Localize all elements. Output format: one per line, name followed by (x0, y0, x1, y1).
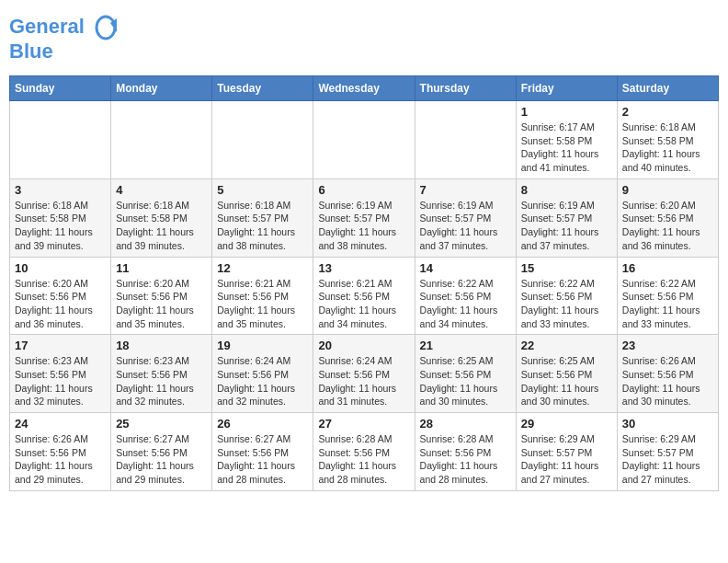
day-number: 14 (420, 261, 511, 275)
calendar-day-header: Saturday (617, 76, 718, 101)
calendar-cell: 27Sunrise: 6:28 AMSunset: 5:56 PMDayligh… (313, 413, 415, 491)
day-number: 7 (420, 183, 511, 197)
calendar-cell: 8Sunrise: 6:19 AMSunset: 5:57 PMDaylight… (516, 178, 617, 257)
day-number: 23 (622, 339, 713, 352)
calendar-cell: 22Sunrise: 6:25 AMSunset: 5:56 PMDayligh… (516, 335, 617, 413)
day-number: 17 (15, 339, 106, 352)
calendar-cell (313, 101, 415, 179)
day-info: Sunrise: 6:26 AMSunset: 5:56 PMDaylight:… (622, 354, 713, 408)
page-header: General Blue (9, 9, 719, 66)
calendar-cell: 29Sunrise: 6:29 AMSunset: 5:57 PMDayligh… (516, 413, 617, 491)
day-info: Sunrise: 6:28 AMSunset: 5:56 PMDaylight:… (420, 432, 511, 487)
day-info: Sunrise: 6:27 AMSunset: 5:56 PMDaylight:… (217, 432, 308, 487)
day-number: 28 (420, 417, 511, 431)
calendar-cell: 7Sunrise: 6:19 AMSunset: 5:57 PMDaylight… (415, 178, 516, 257)
day-number: 2 (622, 105, 713, 119)
calendar-table: SundayMondayTuesdayWednesdayThursdayFrid… (9, 75, 719, 491)
calendar-cell: 10Sunrise: 6:20 AMSunset: 5:56 PMDayligh… (10, 257, 111, 335)
day-info: Sunrise: 6:27 AMSunset: 5:56 PMDaylight:… (116, 432, 207, 487)
day-info: Sunrise: 6:23 AMSunset: 5:56 PMDaylight:… (15, 354, 106, 408)
calendar-cell: 6Sunrise: 6:19 AMSunset: 5:57 PMDaylight… (313, 178, 415, 257)
calendar-day-header: Tuesday (212, 76, 313, 101)
calendar-cell: 16Sunrise: 6:22 AMSunset: 5:56 PMDayligh… (617, 257, 718, 335)
logo: General Blue (9, 14, 119, 62)
calendar-day-header: Wednesday (313, 76, 415, 101)
day-number: 4 (116, 183, 207, 197)
day-info: Sunrise: 6:22 AMSunset: 5:56 PMDaylight:… (420, 277, 511, 331)
day-number: 11 (116, 261, 207, 275)
day-number: 3 (15, 183, 106, 197)
calendar-week-row: 10Sunrise: 6:20 AMSunset: 5:56 PMDayligh… (10, 257, 719, 335)
day-number: 1 (521, 105, 612, 119)
calendar-header-row: SundayMondayTuesdayWednesdayThursdayFrid… (10, 76, 719, 101)
calendar-week-row: 24Sunrise: 6:26 AMSunset: 5:56 PMDayligh… (10, 413, 719, 491)
calendar-cell: 26Sunrise: 6:27 AMSunset: 5:56 PMDayligh… (212, 413, 313, 491)
calendar-cell (10, 101, 111, 179)
calendar-cell: 4Sunrise: 6:18 AMSunset: 5:58 PMDaylight… (111, 178, 212, 257)
logo-blue: Blue (9, 41, 119, 62)
day-number: 26 (217, 417, 308, 431)
day-info: Sunrise: 6:19 AMSunset: 5:57 PMDaylight:… (318, 199, 409, 253)
calendar-day-header: Sunday (10, 76, 111, 101)
calendar-cell: 19Sunrise: 6:24 AMSunset: 5:56 PMDayligh… (212, 335, 313, 413)
day-info: Sunrise: 6:18 AMSunset: 5:58 PMDaylight:… (622, 121, 713, 175)
calendar-cell: 20Sunrise: 6:24 AMSunset: 5:56 PMDayligh… (313, 335, 415, 413)
day-number: 18 (116, 339, 207, 352)
day-info: Sunrise: 6:21 AMSunset: 5:56 PMDaylight:… (318, 277, 409, 331)
day-number: 22 (521, 339, 612, 352)
day-number: 19 (217, 339, 308, 352)
calendar-day-header: Thursday (415, 76, 516, 101)
calendar-cell (111, 101, 212, 179)
day-number: 29 (521, 417, 612, 431)
calendar-cell: 5Sunrise: 6:18 AMSunset: 5:57 PMDaylight… (212, 178, 313, 257)
day-info: Sunrise: 6:19 AMSunset: 5:57 PMDaylight:… (420, 199, 511, 253)
calendar-cell: 21Sunrise: 6:25 AMSunset: 5:56 PMDayligh… (415, 335, 516, 413)
calendar-cell: 2Sunrise: 6:18 AMSunset: 5:58 PMDaylight… (617, 101, 718, 179)
day-info: Sunrise: 6:24 AMSunset: 5:56 PMDaylight:… (217, 354, 308, 408)
calendar-cell (212, 101, 313, 179)
day-info: Sunrise: 6:18 AMSunset: 5:58 PMDaylight:… (15, 199, 106, 253)
day-info: Sunrise: 6:20 AMSunset: 5:56 PMDaylight:… (116, 277, 207, 331)
day-number: 20 (318, 339, 409, 352)
day-number: 21 (420, 339, 511, 352)
calendar-cell: 3Sunrise: 6:18 AMSunset: 5:58 PMDaylight… (10, 178, 111, 257)
day-info: Sunrise: 6:24 AMSunset: 5:56 PMDaylight:… (318, 354, 409, 408)
calendar-cell: 12Sunrise: 6:21 AMSunset: 5:56 PMDayligh… (212, 257, 313, 335)
day-info: Sunrise: 6:29 AMSunset: 5:57 PMDaylight:… (521, 432, 612, 487)
day-info: Sunrise: 6:22 AMSunset: 5:56 PMDaylight:… (521, 277, 612, 331)
day-info: Sunrise: 6:20 AMSunset: 5:56 PMDaylight:… (622, 199, 713, 253)
day-info: Sunrise: 6:18 AMSunset: 5:58 PMDaylight:… (116, 199, 207, 253)
day-number: 8 (521, 183, 612, 197)
day-number: 10 (15, 261, 106, 275)
calendar-week-row: 17Sunrise: 6:23 AMSunset: 5:56 PMDayligh… (10, 335, 719, 413)
day-number: 6 (318, 183, 409, 197)
day-number: 13 (318, 261, 409, 275)
calendar-cell: 25Sunrise: 6:27 AMSunset: 5:56 PMDayligh… (111, 413, 212, 491)
day-info: Sunrise: 6:25 AMSunset: 5:56 PMDaylight:… (420, 354, 511, 408)
day-number: 25 (116, 417, 207, 431)
calendar-cell: 17Sunrise: 6:23 AMSunset: 5:56 PMDayligh… (10, 335, 111, 413)
calendar-cell (415, 101, 516, 179)
day-number: 9 (622, 183, 713, 197)
day-number: 5 (217, 183, 308, 197)
day-number: 27 (318, 417, 409, 431)
calendar-cell: 13Sunrise: 6:21 AMSunset: 5:56 PMDayligh… (313, 257, 415, 335)
calendar-cell: 11Sunrise: 6:20 AMSunset: 5:56 PMDayligh… (111, 257, 212, 335)
calendar-body: 1Sunrise: 6:17 AMSunset: 5:58 PMDaylight… (10, 101, 719, 491)
day-info: Sunrise: 6:26 AMSunset: 5:56 PMDaylight:… (15, 432, 106, 487)
day-info: Sunrise: 6:17 AMSunset: 5:58 PMDaylight:… (521, 121, 612, 175)
day-info: Sunrise: 6:18 AMSunset: 5:57 PMDaylight:… (217, 199, 308, 253)
calendar-cell: 23Sunrise: 6:26 AMSunset: 5:56 PMDayligh… (617, 335, 718, 413)
day-info: Sunrise: 6:21 AMSunset: 5:56 PMDaylight:… (217, 277, 308, 331)
day-number: 16 (622, 261, 713, 275)
calendar-cell: 14Sunrise: 6:22 AMSunset: 5:56 PMDayligh… (415, 257, 516, 335)
calendar-cell: 15Sunrise: 6:22 AMSunset: 5:56 PMDayligh… (516, 257, 617, 335)
calendar-cell: 18Sunrise: 6:23 AMSunset: 5:56 PMDayligh… (111, 335, 212, 413)
day-info: Sunrise: 6:22 AMSunset: 5:56 PMDaylight:… (622, 277, 713, 331)
calendar-week-row: 1Sunrise: 6:17 AMSunset: 5:58 PMDaylight… (10, 101, 719, 179)
calendar-cell: 24Sunrise: 6:26 AMSunset: 5:56 PMDayligh… (10, 413, 111, 491)
day-info: Sunrise: 6:19 AMSunset: 5:57 PMDaylight:… (521, 199, 612, 253)
day-number: 15 (521, 261, 612, 275)
logo-text: General (9, 14, 119, 41)
day-number: 24 (15, 417, 106, 431)
